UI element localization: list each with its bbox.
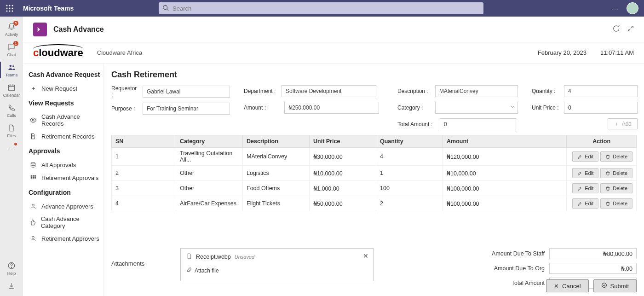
label-amount: Amount : [244,104,271,111]
nav-retirement-approvals[interactable]: Retirement Approvals [29,171,102,184]
select-category[interactable] [435,102,518,114]
nav-new-request[interactable]: ＋ New Request [29,82,102,95]
edit-button[interactable]: Edit [572,183,598,193]
main-content: Cash Retirement Requestor : Purpose : De… [104,64,644,296]
attach-file-button[interactable]: Attach file [186,267,368,274]
label-unit-price: Unit Price : [532,104,561,111]
x-icon: ✕ [554,283,559,290]
delete-button[interactable]: Delete [600,198,632,209]
col-category: Category [176,135,243,148]
attachment-filename: Receipt.webp [196,254,231,260]
person-icon [29,235,37,242]
label-quantity: Quantity : [532,88,561,94]
edit-label: Edit [585,154,593,159]
add-button-label: Add [622,121,632,127]
teams-icon [7,63,16,72]
rail-help-label: Help [7,271,16,276]
add-button[interactable]: ＋ Add [608,118,638,129]
input-description[interactable] [435,85,518,97]
svg-rect-13 [8,85,15,91]
rail-calls[interactable]: Calls [0,100,23,121]
grid-icon [29,174,37,181]
nav-cash-advance-category[interactable]: Cash Advance Category [29,213,102,232]
svg-point-1 [9,5,11,6]
submit-button[interactable]: Submit [593,279,637,292]
input-purpose[interactable] [143,103,230,115]
cell-quantity: 1 [376,166,443,181]
cell-category: Other [176,181,243,196]
edit-button[interactable]: Edit [572,151,598,162]
expand-icon[interactable] [627,25,634,33]
search-icon [162,5,169,12]
svg-rect-25 [34,175,36,177]
cell-category: Travelling Outstation All... [176,148,243,166]
nav-new-request-label: New Request [41,85,77,92]
section-view-requests: View Requests [29,99,102,107]
cell-category: Other [176,166,243,181]
help-icon [7,261,16,270]
table-row: 2OtherLogistics₦10,000.001₦10,000.00Edit… [112,166,637,181]
col-quantity: Quantity [376,135,443,148]
svg-point-8 [12,11,13,12]
delete-button[interactable]: Delete [600,151,632,162]
rail-more[interactable]: ··· [0,141,23,156]
nav-retirement-approvers[interactable]: Retirement Approvers [29,232,102,245]
input-quantity[interactable] [564,85,638,97]
rail-files[interactable]: Files [0,121,23,141]
cancel-button[interactable]: ✕ Cancel [546,279,588,292]
nav-advance-approvers[interactable]: Advance Approvers [29,200,102,213]
svg-point-30 [32,236,34,238]
delete-button[interactable]: Delete [600,168,632,178]
rail-help[interactable]: Help [0,258,23,279]
label-due-org: Amount Due To Org [494,265,545,272]
teams-topbar: Microsoft Teams ··· [0,0,644,17]
chevron-down-icon [510,104,515,111]
stack-icon [29,161,37,168]
nav-retirement-records[interactable]: Retirement Records [29,130,102,143]
cell-sn: 1 [112,148,176,166]
rail-activity[interactable]: 5 Activity [0,19,23,40]
cell-amount: ₦120,000.00 [443,148,567,166]
tenant-name: Cloudware Africa [97,49,142,56]
download-icon [7,281,16,290]
col-description: Description [243,135,310,148]
input-amount[interactable] [284,102,379,114]
svg-point-9 [163,6,167,10]
col-unit-price: Unit Price [310,135,376,148]
rail-teams[interactable]: Teams [0,60,23,80]
avatar[interactable] [627,2,638,14]
svg-point-7 [9,11,11,12]
rail-download[interactable] [0,279,23,293]
cell-description: Food OItems [243,181,310,196]
cell-amount: ₦100,000.00 [443,181,567,196]
input-department[interactable] [282,85,376,97]
tenant-header: cloudware Cloudware Africa February 20, … [23,42,644,64]
delete-button[interactable]: Delete [600,183,632,193]
waffle-icon[interactable] [6,4,14,12]
more-icon[interactable]: ··· [611,5,619,12]
input-unit-price[interactable] [564,102,638,114]
nav-retirement-records-label: Retirement Records [41,133,95,140]
cell-sn: 4 [112,196,176,211]
plus-icon: ＋ [614,120,619,128]
chat-bubble-icon[interactable] [612,24,620,34]
edit-button[interactable]: Edit [572,168,598,178]
paperclip-icon [186,267,192,274]
rail-chat[interactable]: 1 Chat [0,40,23,60]
cell-description: Logistics [243,166,310,181]
rail-calendar[interactable]: Calendar [0,80,23,100]
close-icon[interactable]: ✕ [363,252,368,260]
search-input[interactable] [159,2,483,14]
cell-sn: 3 [112,181,176,196]
nav-cash-advance-records[interactable]: Cash Advance Records [29,110,102,130]
current-date: February 20, 2023 [538,49,586,56]
input-total-amount[interactable] [440,118,516,130]
cancel-label: Cancel [562,283,581,290]
label-total-amount: Total Amount : [397,121,437,128]
chat-badge: 1 [13,41,19,46]
svg-point-5 [12,8,13,9]
input-requestor[interactable] [143,86,230,98]
edit-button[interactable]: Edit [572,198,598,209]
nav-all-approvals[interactable]: All Approvals [29,158,102,171]
svg-point-11 [10,65,12,67]
